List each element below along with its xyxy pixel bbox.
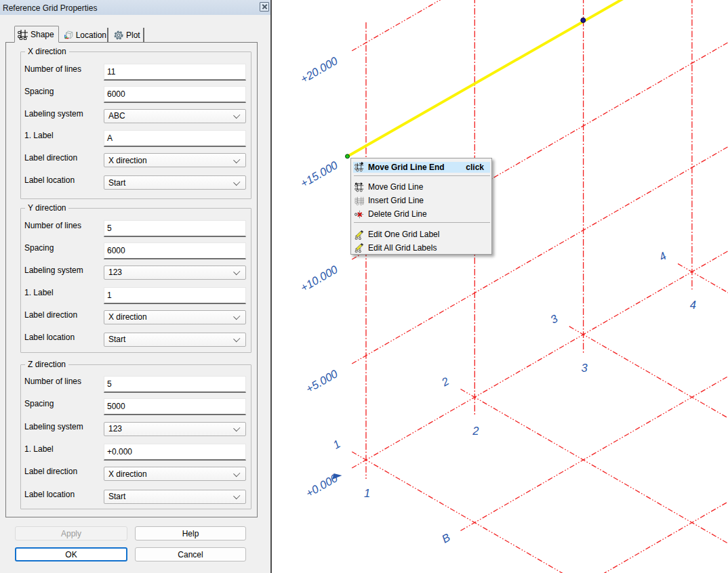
svg-text:+5.000: +5.000: [304, 367, 340, 396]
svg-text:3: 3: [548, 312, 561, 326]
svg-text:4: 4: [690, 299, 696, 311]
svg-text:3: 3: [582, 362, 588, 374]
svg-text:+20.000: +20.000: [298, 54, 340, 85]
svg-text:2: 2: [472, 425, 479, 437]
svg-text:+15.000: +15.000: [298, 158, 340, 190]
svg-text:1: 1: [364, 487, 370, 499]
svg-text:+10.000: +10.000: [298, 263, 340, 294]
svg-text:B: B: [439, 531, 452, 545]
svg-text:2: 2: [439, 375, 451, 389]
svg-text:1: 1: [331, 438, 342, 451]
svg-text:4: 4: [657, 249, 668, 263]
